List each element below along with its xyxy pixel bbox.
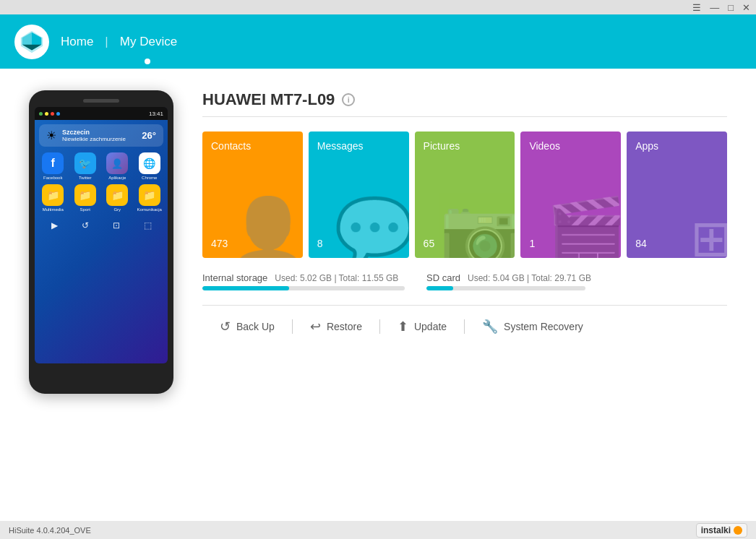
update-label: Update xyxy=(414,321,447,332)
status-dot-blue xyxy=(56,112,60,116)
main-content: 13:41 ☀ Szczecin Niewielkie zachmurzenie… xyxy=(0,69,756,521)
nav-home[interactable]: Home xyxy=(61,35,93,49)
aplikacje-label: Aplikacje xyxy=(108,176,126,180)
nav-mydevice[interactable]: My Device xyxy=(120,35,177,49)
weather-icon: ☀ xyxy=(46,129,56,142)
internal-progress-bg xyxy=(202,286,405,290)
instalki-text: instalki xyxy=(701,525,731,535)
facebook-label: Facebook xyxy=(43,176,62,180)
videos-label: Videos xyxy=(529,140,612,152)
app-gry: 📁 Gry xyxy=(103,184,132,212)
weather-desc: Niewielkie zachmurzenie xyxy=(62,136,126,142)
restore-label: Restore xyxy=(327,321,362,332)
titlebar: ☰ — □ ✕ xyxy=(0,0,756,14)
phone-speaker xyxy=(83,99,119,103)
internal-storage-detail: Used: 5.02 GB | Total: 11.55 GB xyxy=(275,273,398,283)
sd-storage-detail: Used: 5.04 GB | Total: 29.71 GB xyxy=(468,273,591,283)
sd-progress-bg xyxy=(426,286,585,290)
refresh-btn: ↺ xyxy=(82,220,89,230)
phone-mockup: 13:41 ☀ Szczecin Niewielkie zachmurzenie… xyxy=(29,90,173,394)
system-recovery-label: System Recovery xyxy=(504,321,583,332)
contacts-icon: 👤 xyxy=(228,199,303,258)
chrome-label: Chrome xyxy=(142,176,157,180)
actions-row: ↺ Back Up ↩ Restore ⬆ Update 🔧 System Re… xyxy=(202,305,727,340)
info-icon[interactable]: i xyxy=(342,93,355,106)
tile-pictures[interactable]: Pictures 65 📷 xyxy=(415,131,515,258)
back-btn: ⬚ xyxy=(144,220,152,230)
play-btn: ▶ xyxy=(51,220,58,230)
update-icon: ⬆ xyxy=(398,319,408,335)
twitter-icon: 🐦 xyxy=(74,152,96,174)
phone-time: 13:41 xyxy=(149,111,163,117)
backup-button[interactable]: ↺ Back Up xyxy=(202,313,292,340)
sd-storage: SD card Used: 5.04 GB | Total: 29.71 GB xyxy=(426,272,591,290)
backup-icon: ↺ xyxy=(220,319,231,335)
sd-storage-header: SD card Used: 5.04 GB | Total: 29.71 GB xyxy=(426,272,591,283)
system-recovery-button[interactable]: 🔧 System Recovery xyxy=(465,313,601,340)
device-title-row: HUAWEI MT7-L09 i xyxy=(202,90,727,117)
messages-label: Messages xyxy=(317,140,400,152)
instalki-dot xyxy=(734,526,742,535)
pictures-icon: 📷 xyxy=(439,199,515,258)
status-dots xyxy=(39,112,60,116)
apps-icon: ⊞ xyxy=(690,213,727,258)
tile-messages[interactable]: Messages 8 💬 xyxy=(309,131,409,258)
phone-screen: 13:41 ☀ Szczecin Niewielkie zachmurzenie… xyxy=(35,107,168,363)
header: Home | My Device xyxy=(0,14,756,69)
internal-storage-label: Internal storage xyxy=(202,272,267,283)
app-multimedia: 📁 Multimedia xyxy=(39,184,67,212)
storage-row: Internal storage Used: 5.02 GB | Total: … xyxy=(202,272,727,290)
apps-label: Apps xyxy=(635,140,718,152)
weather-widget: ☀ Szczecin Niewielkie zachmurzenie 26° xyxy=(39,124,163,147)
maximize-icon[interactable]: □ xyxy=(728,2,734,13)
phone-status-bar: 13:41 xyxy=(35,107,168,120)
phone-wallpaper: ☀ Szczecin Niewielkie zachmurzenie 26° f… xyxy=(35,120,168,363)
nav-separator: | xyxy=(105,35,108,49)
app-facebook: f Facebook xyxy=(39,152,67,180)
app-sport: 📁 Sport xyxy=(72,184,100,212)
tile-contacts[interactable]: Contacts 473 👤 xyxy=(202,131,303,258)
internal-storage-header: Internal storage Used: 5.02 GB | Total: … xyxy=(202,272,405,283)
sd-progress-fill xyxy=(426,286,453,290)
gry-icon: 📁 xyxy=(106,184,128,206)
contacts-label: Contacts xyxy=(211,140,294,152)
komunikacja-icon: 📁 xyxy=(139,184,160,206)
minimize-icon[interactable]: — xyxy=(710,2,719,13)
statusbar: HiSuite 4.0.4.204_OVE instalki xyxy=(0,521,756,539)
videos-icon: 🎬 xyxy=(546,199,621,258)
weather-city: Szczecin xyxy=(62,129,126,136)
tiles-row: Contacts 473 👤 Messages 8 💬 Pictures 65 … xyxy=(202,131,727,258)
status-dot-yellow xyxy=(45,112,48,116)
status-dot-green xyxy=(39,112,43,116)
aplikacje-icon: 👤 xyxy=(106,152,128,174)
sport-icon: 📁 xyxy=(74,184,96,206)
internal-progress-fill xyxy=(202,286,289,290)
system-recovery-icon: 🔧 xyxy=(482,319,498,335)
app-aplikacje: 👤 Aplikacje xyxy=(103,152,132,180)
weather-temp: 26° xyxy=(142,130,156,141)
backup-label: Back Up xyxy=(236,321,275,332)
bottom-bar: ▶ ↺ ⊡ ⬚ xyxy=(39,217,163,233)
multimedia-icon: 📁 xyxy=(42,184,64,206)
app-chrome: 🌐 Chrome xyxy=(136,152,164,180)
chrome-icon: 🌐 xyxy=(139,152,160,174)
sport-label: Sport xyxy=(80,207,90,212)
restore-icon: ↩ xyxy=(310,319,321,335)
sd-storage-label: SD card xyxy=(426,272,460,283)
tile-apps[interactable]: Apps 84 ⊞ xyxy=(627,131,727,258)
pictures-label: Pictures xyxy=(424,140,507,152)
close-icon[interactable]: ✕ xyxy=(742,2,750,13)
instalki-badge: instalki xyxy=(696,523,747,538)
logo xyxy=(14,25,49,59)
app-komunikacja: 📁 Komunikacja xyxy=(136,184,164,212)
app-twitter: 🐦 Twitter xyxy=(72,152,100,180)
update-button[interactable]: ⬆ Update xyxy=(380,313,464,340)
right-panel: HUAWEI MT7-L09 i Contacts 473 👤 Messages… xyxy=(202,90,727,499)
gry-label: Gry xyxy=(113,207,121,212)
internal-storage: Internal storage Used: 5.02 GB | Total: … xyxy=(202,272,405,290)
restore-button[interactable]: ↩ Restore xyxy=(293,313,379,340)
tile-videos[interactable]: Videos 1 🎬 xyxy=(520,131,621,258)
menu-icon[interactable]: ☰ xyxy=(692,2,701,13)
messages-icon: 💬 xyxy=(334,199,409,258)
app-grid: f Facebook 🐦 Twitter 👤 Aplikacje 🌐 xyxy=(39,152,163,212)
